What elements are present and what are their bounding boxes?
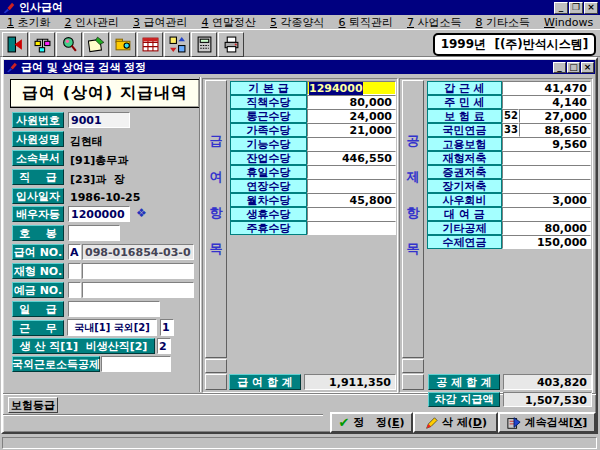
deduction-corner-box2 — [402, 374, 424, 390]
deduction-cell[interactable]: 3,000 — [502, 193, 591, 207]
deduction-cell[interactable] — [502, 165, 591, 179]
salary-vertical-label: 급 여 항 목 — [205, 80, 227, 358]
app-title: 인사급여 — [19, 0, 554, 15]
hire-date-value: 1986-10-25 — [70, 191, 140, 204]
salary-cell[interactable] — [307, 221, 396, 235]
check-icon: ✔ — [339, 415, 350, 430]
work-input[interactable] — [160, 319, 174, 336]
menu-item-yearend[interactable]: 4 연말정산 — [195, 15, 264, 30]
deduction-cell[interactable] — [502, 207, 591, 221]
printer-icon[interactable] — [218, 32, 244, 57]
deduction-row: 기타공제80,000 — [427, 221, 591, 235]
savings-no-code-input[interactable] — [68, 263, 81, 279]
menu-item-other-income[interactable]: 8 기타소득 — [469, 15, 538, 30]
salary-no-input[interactable] — [82, 244, 194, 260]
delete-button[interactable]: 삭 제(D) — [413, 412, 498, 433]
calculator-icon[interactable] — [191, 32, 217, 57]
emp-no-label: 사원번호 — [12, 112, 64, 128]
salary-cell[interactable]: 1294000 — [307, 81, 396, 95]
work-label: 근 무 — [12, 320, 64, 336]
deduction-cell[interactable]: 41,470 — [502, 81, 591, 95]
deduction-cell[interactable] — [502, 151, 591, 165]
deduction-cell[interactable]: 27,000 — [519, 109, 591, 123]
deposit-no-input[interactable] — [82, 282, 194, 298]
continue-search-button[interactable]: 계속검색[X] — [498, 412, 596, 433]
menu-item-forms[interactable]: 5 각종양식 — [263, 15, 332, 30]
salary-row: 통근수당24,000 — [230, 109, 396, 123]
salary-cell[interactable]: 24,000 — [307, 109, 396, 123]
savings-no-input[interactable] — [82, 263, 194, 279]
salary-no-code-input[interactable] — [68, 244, 81, 260]
menu-item-windows[interactable]: Windows — [537, 16, 600, 29]
overseas-input[interactable] — [101, 356, 171, 372]
deduction-row: 주 민 세4,140 — [427, 95, 591, 109]
sort-letters-glyph — [169, 36, 186, 53]
grade-label: 호 봉 — [12, 225, 64, 241]
deposit-no-code-input[interactable] — [68, 282, 81, 298]
salary-cell[interactable]: 21,000 — [307, 123, 396, 137]
person-search-icon[interactable] — [56, 32, 82, 57]
salary-cell[interactable] — [307, 137, 396, 151]
salary-cell[interactable] — [307, 179, 396, 193]
deduction-cell[interactable]: 88,650 — [519, 123, 591, 137]
menu-item-personnel[interactable]: 2 인사관리 — [58, 15, 127, 30]
net-pay-label: 차감 지급액 — [428, 392, 500, 407]
status-bar — [2, 437, 597, 449]
deduction-code-cell[interactable]: 52 — [502, 109, 519, 123]
department-value: [91]총무과 — [70, 153, 128, 168]
deduction-row: 장기저축 — [427, 179, 591, 193]
deduction-row: 보 험 료5227,000 — [427, 109, 591, 123]
org-chart-glyph — [34, 36, 51, 53]
doc-minimize-button[interactable]: _ — [553, 62, 566, 73]
menu-item-payroll[interactable]: 3 급여관리 — [126, 15, 195, 30]
page-title: 급여 (상여) 지급내역 — [10, 79, 200, 108]
folder-money-icon[interactable] — [110, 32, 136, 57]
net-pay-value: 1,507,530 — [503, 392, 592, 407]
insurance-grade-button[interactable]: 보험등급 — [8, 397, 58, 413]
menu-item-business-income[interactable]: 7 사업소득 — [400, 15, 469, 30]
restore-button[interactable]: ❐ — [569, 2, 583, 14]
main-titlebar: 인사급여 _ ❐ × — [0, 0, 600, 15]
position-label: 직 급 — [12, 169, 64, 185]
doc-brush-icon — [6, 62, 18, 73]
emp-no-input[interactable] — [68, 112, 130, 128]
salary-cell[interactable]: 80,000 — [307, 95, 396, 109]
salary-cell[interactable] — [307, 207, 396, 221]
salary-cell[interactable]: 45,800 — [307, 193, 396, 207]
deduction-cell[interactable] — [502, 179, 591, 193]
deduction-total-label: 공 제 합 계 — [428, 374, 500, 390]
spouse-input[interactable] — [68, 206, 130, 222]
minimize-button[interactable]: _ — [554, 2, 568, 14]
org-chart-icon[interactable] — [29, 32, 55, 57]
table-icon[interactable] — [137, 32, 163, 57]
menu-item-init[interactable]: 1 초기화 — [0, 15, 58, 30]
menu-item-retirement[interactable]: 6 퇴직관리 — [332, 15, 401, 30]
doc-maximize-button[interactable]: □ — [567, 62, 580, 73]
salary-cell[interactable]: 446,550 — [307, 151, 396, 165]
edit-note-icon[interactable] — [83, 32, 109, 57]
production-input[interactable] — [157, 338, 171, 354]
edit-button[interactable]: ✔ 정 정(E) — [330, 412, 413, 433]
salary-total-value: 1,911,350 — [304, 374, 396, 390]
deduction-cell[interactable]: 80,000 — [502, 221, 591, 235]
salary-row: 기 본 급1294000 — [230, 81, 396, 95]
deduction-cell[interactable]: 4,140 — [502, 95, 591, 109]
position-value: [23]과 장 — [70, 172, 125, 187]
close-button[interactable]: × — [584, 2, 598, 14]
daily-pay-label: 일 급 — [12, 301, 64, 317]
menu-bar: 1 초기화 2 인사관리 3 급여관리 4 연말정산 5 각종양식 6 퇴직관리… — [0, 15, 600, 29]
grade-input[interactable] — [68, 225, 120, 241]
exit-icon[interactable] — [2, 32, 28, 57]
sort-letters-icon[interactable] — [164, 32, 190, 57]
printer-glyph — [223, 36, 240, 53]
lookup-book-icon[interactable]: ❖ — [136, 206, 147, 220]
doc-close-button[interactable]: × — [581, 62, 594, 73]
deduction-cell[interactable]: 150,000 — [502, 235, 591, 249]
deduction-code-cell[interactable]: 33 — [502, 123, 519, 137]
department-label: 소속부서 — [12, 150, 64, 166]
daily-pay-input[interactable] — [68, 301, 160, 317]
salary-cell[interactable] — [307, 165, 396, 179]
app-brush-icon — [2, 2, 16, 14]
deduction-cell[interactable]: 9,560 — [502, 137, 591, 151]
deduction-row: 고용보험9,560 — [427, 137, 591, 151]
